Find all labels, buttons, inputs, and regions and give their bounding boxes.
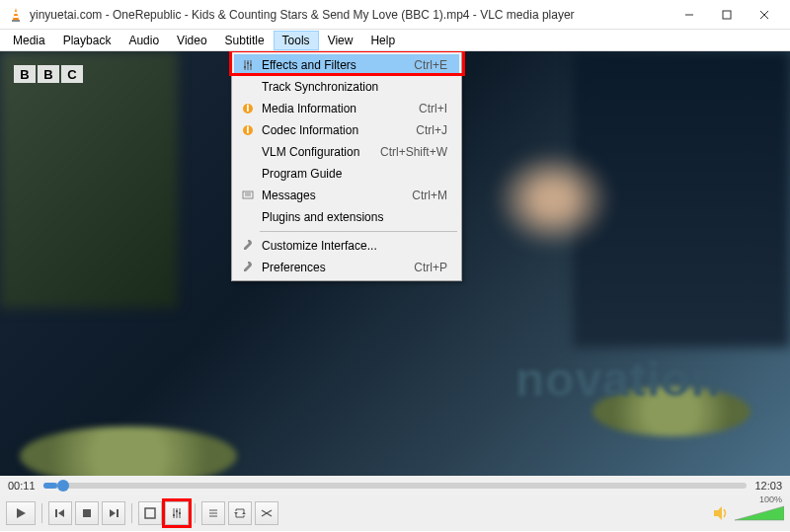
wrench-icon xyxy=(238,240,258,252)
menu-view[interactable]: View xyxy=(319,31,362,50)
menu-separator xyxy=(260,231,457,232)
svg-rect-31 xyxy=(173,514,175,516)
menu-item-vlm-configuration[interactable]: VLM ConfigurationCtrl+Shift+W xyxy=(234,141,459,163)
svg-marker-37 xyxy=(234,512,238,514)
menu-help[interactable]: Help xyxy=(361,31,404,50)
menu-item-media-information[interactable]: iMedia InformationCtrl+I xyxy=(234,98,459,119)
separator xyxy=(131,503,132,523)
close-button[interactable] xyxy=(747,2,782,28)
video-content xyxy=(494,150,612,249)
tools-dropdown: Effects and FiltersCtrl+ETrack Synchroni… xyxy=(231,51,462,281)
info-icon: i xyxy=(238,103,258,114)
msg-icon xyxy=(238,190,258,201)
menu-playback[interactable]: Playback xyxy=(54,31,120,50)
time-elapsed: 00:11 xyxy=(8,480,36,492)
svg-rect-2 xyxy=(14,12,18,14)
volume-slider[interactable]: 100% xyxy=(735,504,784,522)
svg-rect-13 xyxy=(250,64,252,66)
svg-rect-26 xyxy=(117,509,118,517)
svg-rect-11 xyxy=(244,66,246,68)
svg-text:i: i xyxy=(246,124,249,136)
info-icon: i xyxy=(238,124,258,136)
svg-rect-3 xyxy=(14,16,19,18)
titlebar: yinyuetai.com - OneRepublic - Kids & Cou… xyxy=(0,0,790,30)
minimize-button[interactable] xyxy=(672,2,707,28)
menu-item-shortcut: Ctrl+P xyxy=(414,261,455,274)
video-content xyxy=(20,426,237,476)
vlc-logo-icon xyxy=(8,7,24,23)
bbc-letter: C xyxy=(61,65,83,83)
sliders-icon xyxy=(238,59,258,71)
video-content: novation xyxy=(515,352,721,407)
menu-item-label: Program Guide xyxy=(258,167,447,181)
menu-item-effects-and-filters[interactable]: Effects and FiltersCtrl+E xyxy=(234,54,459,76)
menu-item-shortcut: Ctrl+J xyxy=(416,123,455,137)
svg-rect-27 xyxy=(145,508,155,518)
svg-marker-38 xyxy=(242,512,246,514)
bbc-letter: B xyxy=(14,65,36,83)
playlist-button[interactable] xyxy=(201,501,225,525)
speaker-icon[interactable] xyxy=(713,505,731,521)
seek-bar-row: 00:11 12:03 xyxy=(0,476,790,495)
svg-marker-23 xyxy=(58,509,64,517)
svg-marker-25 xyxy=(110,509,116,517)
maximize-button[interactable] xyxy=(709,2,745,28)
extended-settings-button[interactable] xyxy=(165,501,189,525)
menu-item-label: Plugins and extensions xyxy=(258,210,447,224)
bbc-logo: BBC xyxy=(14,65,83,83)
video-content xyxy=(0,51,178,308)
next-button[interactable] xyxy=(102,501,125,525)
menu-item-label: Codec Information xyxy=(258,123,416,137)
separator xyxy=(195,503,196,523)
menu-item-label: Media Information xyxy=(258,102,419,115)
menu-item-track-synchronization[interactable]: Track Synchronization xyxy=(234,76,459,98)
svg-marker-41 xyxy=(714,506,722,520)
menu-item-preferences[interactable]: PreferencesCtrl+P xyxy=(234,257,459,278)
loop-button[interactable] xyxy=(228,501,252,525)
separator xyxy=(41,503,42,523)
wrench-icon xyxy=(238,262,258,273)
seek-slider[interactable] xyxy=(43,483,748,489)
shuffle-button[interactable] xyxy=(255,501,278,525)
menu-video[interactable]: Video xyxy=(168,31,215,50)
menu-item-shortcut: Ctrl+M xyxy=(412,189,455,202)
menu-media[interactable]: Media xyxy=(4,31,54,50)
menu-audio[interactable]: Audio xyxy=(119,31,168,50)
menu-tools[interactable]: Tools xyxy=(274,31,319,50)
volume-percent: 100% xyxy=(759,494,782,504)
fullscreen-button[interactable] xyxy=(138,501,162,525)
video-area[interactable]: novation BBC Effects and FiltersCtrl+ETr… xyxy=(0,51,790,476)
menu-item-plugins-and-extensions[interactable]: Plugins and extensions xyxy=(234,206,459,228)
svg-rect-24 xyxy=(83,509,91,517)
svg-rect-32 xyxy=(176,510,178,512)
controls-bar: 100% xyxy=(0,495,790,531)
seek-fill xyxy=(43,483,57,489)
menu-item-codec-information[interactable]: iCodec InformationCtrl+J xyxy=(234,119,459,141)
play-button[interactable] xyxy=(6,501,36,525)
stop-button[interactable] xyxy=(75,501,99,525)
menu-item-program-guide[interactable]: Program Guide xyxy=(234,163,459,185)
menubar: MediaPlaybackAudioVideoSubtitleToolsView… xyxy=(0,30,790,51)
svg-text:i: i xyxy=(246,103,249,114)
menu-item-label: Preferences xyxy=(258,261,414,274)
menu-item-label: VLM Configuration xyxy=(258,145,380,159)
menu-subtitle[interactable]: Subtitle xyxy=(216,31,274,50)
svg-rect-1 xyxy=(12,20,20,22)
menu-item-shortcut: Ctrl+Shift+W xyxy=(380,145,455,159)
time-total: 12:03 xyxy=(754,480,782,492)
menu-item-label: Effects and Filters xyxy=(258,58,414,72)
previous-button[interactable] xyxy=(48,501,72,525)
menu-item-label: Messages xyxy=(258,189,412,202)
svg-rect-22 xyxy=(55,509,57,517)
seek-thumb[interactable] xyxy=(57,480,69,492)
menu-item-shortcut: Ctrl+I xyxy=(419,102,455,115)
svg-rect-33 xyxy=(179,512,181,514)
svg-marker-21 xyxy=(17,508,26,518)
menu-item-messages[interactable]: MessagesCtrl+M xyxy=(234,185,459,206)
menu-item-label: Customize Interface... xyxy=(258,239,447,253)
menu-item-customize-interface-[interactable]: Customize Interface... xyxy=(234,235,459,257)
menu-item-shortcut: Ctrl+E xyxy=(414,58,455,72)
svg-rect-12 xyxy=(247,62,249,64)
bbc-letter: B xyxy=(38,65,59,83)
window-title: yinyuetai.com - OneRepublic - Kids & Cou… xyxy=(30,8,672,22)
